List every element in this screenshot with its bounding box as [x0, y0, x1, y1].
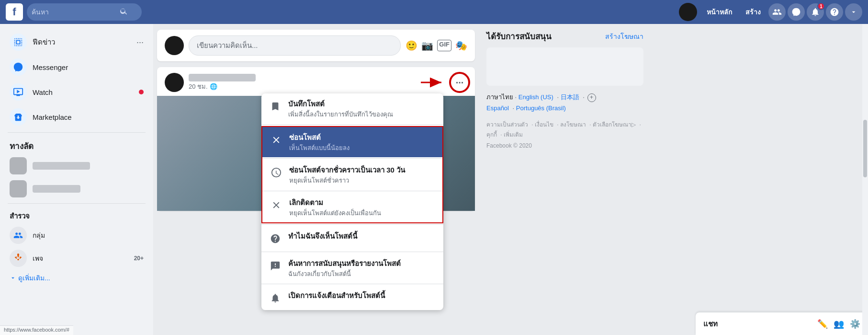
- sidebar-item-watch[interactable]: Watch: [4, 80, 149, 104]
- snooze-sub: หยุดเห็นโพสต์ชั่วคราว: [289, 177, 436, 185]
- terms-link[interactable]: เงื่อนไข: [535, 121, 553, 128]
- post-options-dropdown: บันทึกโพสต์ เพิ่มสิ่งนี้ลงในรายการที่บัน…: [261, 93, 443, 310]
- watch-label: Watch: [33, 88, 133, 96]
- post-time: 20 ชม. 🌐: [189, 81, 445, 92]
- dropdown-item-save[interactable]: บันทึกโพสต์ เพิ่มสิ่งนี้ลงในรายการที่บัน…: [261, 93, 443, 124]
- more-link[interactable]: เพิ่มเติม: [504, 131, 523, 138]
- write-post-input[interactable]: เขียนความคิดเห็น...: [189, 35, 401, 56]
- dropdown-item-why[interactable]: ทำไมฉันจึงเห็นโพสต์นี้: [261, 226, 443, 251]
- help-icon-button[interactable]: [826, 3, 843, 21]
- newsfeed-more-icon[interactable]: ···: [136, 37, 144, 47]
- unfollow-icon: [269, 198, 283, 212]
- copyright: Facebook © 2020: [486, 142, 643, 149]
- explore-item-groups[interactable]: กลุ่ม: [4, 224, 149, 247]
- dropdown-divider-6: [261, 284, 443, 284]
- sponsored-title: ได้รับการสนับสนุน: [486, 30, 552, 43]
- notify-icon: [268, 291, 282, 305]
- report-content: ค้นหาการสนับสนุนหรือรายงานโพสต์ ฉันกังวล…: [288, 258, 437, 278]
- see-more-link[interactable]: ดูเพิ่มเติม...: [4, 270, 149, 286]
- lang-english[interactable]: English (US): [519, 93, 553, 101]
- search-input[interactable]: [32, 8, 118, 16]
- privacy-link[interactable]: ความเป็นส่วนตัว: [486, 121, 528, 128]
- right-scrollbar[interactable]: [862, 24, 868, 335]
- home-button[interactable]: หน้าหลัก: [701, 4, 738, 20]
- facebook-logo[interactable]: f: [6, 3, 23, 21]
- newsfeed-icon: [10, 34, 27, 51]
- dropdown-divider-3: [262, 191, 442, 191]
- report-sub: ฉันกังวลเกี่ยวกับโพสต์นี้: [288, 270, 437, 278]
- dropdown-divider-4: [261, 224, 443, 225]
- shortcut-item-1[interactable]: ‌: [4, 154, 149, 177]
- ad-placeholder: [486, 47, 643, 86]
- post-author-name: [189, 74, 256, 81]
- marketplace-label: Marketplace: [33, 113, 144, 121]
- post-more-circle-highlight[interactable]: ···: [449, 72, 470, 93]
- explore-item-pages[interactable]: เพจ 20+: [4, 247, 149, 270]
- sidebar-item-newsfeed[interactable]: ฟีดข่าว ···: [4, 30, 149, 55]
- header-nav: หน้าหลัก สร้าง 1: [701, 3, 862, 21]
- post-meta: 20 ชม. 🌐: [189, 74, 445, 92]
- friends-icon-button[interactable]: [768, 3, 786, 21]
- gif-icon[interactable]: GIF: [437, 40, 451, 51]
- messenger-icon: [10, 58, 27, 76]
- create-ad-link[interactable]: สร้างโฆษณา: [605, 31, 643, 42]
- watch-notification-dot: [139, 90, 144, 94]
- dropdown-item-notify[interactable]: เปิดการแจ้งเตือนสำหรับโพสต์นี้: [261, 285, 443, 310]
- lang-portuguese[interactable]: Português (Brasil): [516, 104, 566, 112]
- shortcut-avatar-2: [10, 180, 27, 197]
- cookies-link[interactable]: คุกกี้: [486, 131, 497, 138]
- advertising-link[interactable]: ลงโฆษณา: [560, 121, 586, 128]
- sidebar-item-marketplace[interactable]: Marketplace: [4, 104, 149, 129]
- unfollow-sub: หยุดเห็นโพสต์แต่ยังคงเป็นเพื่อนกัน: [289, 209, 436, 218]
- chat-settings-icon[interactable]: ⚙️: [850, 319, 860, 329]
- write-post-actions: 🙂 📷 GIF 🎭: [406, 40, 467, 51]
- sidebar-item-messenger[interactable]: Messenger: [4, 55, 149, 80]
- more-options-icon-button[interactable]: [845, 3, 862, 21]
- messenger-icon-button[interactable]: [788, 3, 805, 21]
- dropdown-item-unfollow[interactable]: เลิกติดตาม หยุดเห็นโพสต์แต่ยังคงเป็นเพื่…: [262, 192, 442, 222]
- newsfeed-label: ฟีดข่าว: [33, 36, 131, 48]
- search-bar[interactable]: [27, 3, 142, 21]
- watch-icon: [10, 83, 27, 101]
- dropdown-divider-2: [262, 158, 442, 159]
- write-post-box: เขียนความคิดเห็น... 🙂 📷 GIF 🎭: [157, 30, 475, 61]
- shortcut-label-2: ‌: [33, 185, 80, 193]
- lang-thai[interactable]: ภาษาไทย: [486, 93, 513, 101]
- dropdown-item-hide[interactable]: ซ่อนโพสต์ เห็นโพสต์แบบนี้น้อยลง: [262, 127, 442, 157]
- lang-japanese[interactable]: 日本語: [561, 93, 579, 101]
- dropdown-item-report[interactable]: ค้นหาการสนับสนุนหรือรายงานโพสต์ ฉันกังวล…: [261, 253, 443, 283]
- chat-edit-icon[interactable]: ✏️: [817, 319, 828, 329]
- feed-center: เขียนความคิดเห็น... 🙂 📷 GIF 🎭 20 ชม. 🌐: [153, 24, 479, 335]
- dropdown-item-snooze[interactable]: ซ่อนโพสต์จากชั่วคราวเป็นเวลา 30 วัน หยุด…: [262, 160, 442, 190]
- notification-badge: 1: [817, 2, 825, 10]
- user-avatar[interactable]: [679, 3, 697, 21]
- photo-icon[interactable]: 📷: [421, 40, 433, 51]
- report-title: ค้นหาการสนับสนุนหรือรายงานโพสต์: [288, 258, 437, 269]
- hide-icon: [269, 133, 283, 147]
- add-language-button[interactable]: +: [587, 93, 596, 102]
- why-content: ทำไมฉันจึงเห็นโพสต์นี้: [288, 231, 437, 242]
- right-panel: ได้รับการสนับสนุน สร้างโฆษณา ภาษาไทย · E…: [479, 24, 651, 335]
- shortcut-item-2[interactable]: ‌: [4, 177, 149, 200]
- emoji-icon[interactable]: 🙂: [406, 40, 417, 51]
- explore-title: สำรวจ: [4, 207, 149, 224]
- language-links: ภาษาไทย · English (US) · 日本語 · + Español…: [486, 92, 643, 114]
- right-panel-header: ได้รับการสนับสนุน สร้างโฆษณา: [486, 30, 643, 43]
- shortcut-label-1: ‌: [33, 162, 90, 170]
- report-icon: [268, 259, 282, 273]
- chat-group-icon[interactable]: 👥: [834, 319, 844, 329]
- shortcuts-title: ทางลัด: [4, 136, 149, 154]
- privacy-links: ความเป็นส่วนตัว · เงื่อนไข · ลงโฆษณา · ต…: [486, 120, 643, 140]
- red-border-group: ซ่อนโพสต์ เห็นโพสต์แบบนี้น้อยลง ซ่อนโพสต…: [261, 126, 443, 223]
- sidebar-divider-2: [8, 203, 146, 204]
- hide-sub: เห็นโพสต์แบบนี้น้อยลง: [289, 144, 436, 152]
- lang-spanish[interactable]: Español: [486, 104, 509, 112]
- sticker-icon[interactable]: 🎭: [455, 40, 467, 51]
- scrollbar-thumb[interactable]: [863, 120, 867, 177]
- unfollow-content: เลิกติดตาม หยุดเห็นโพสต์แต่ยังคงเป็นเพื่…: [289, 197, 436, 218]
- why-title: ทำไมฉันจึงเห็นโพสต์นี้: [288, 231, 437, 242]
- create-button[interactable]: สร้าง: [740, 4, 767, 20]
- ad-choices-link[interactable]: ตัวเลือกโฆษณา▷: [593, 121, 636, 128]
- pages-icon: [10, 250, 27, 267]
- notifications-icon-button[interactable]: 1: [807, 3, 824, 21]
